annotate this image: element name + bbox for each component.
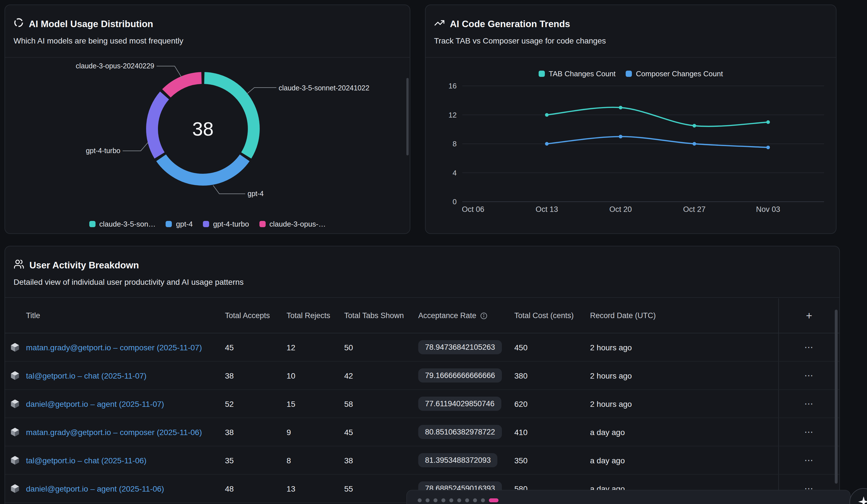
column-header-label: Total Tabs Shown: [344, 311, 404, 320]
ai-assistant-button[interactable]: [849, 488, 867, 504]
donut-slice-label: gpt-4: [248, 190, 264, 197]
row-actions-cell: ⋯: [778, 418, 839, 446]
legend-label: gpt-4: [176, 220, 193, 228]
cube-icon: [10, 455, 26, 465]
row-menu-button[interactable]: ⋯: [804, 371, 814, 380]
row-record-date: a day ago: [590, 456, 778, 465]
panel-subtitle: Track TAB vs Composer usage for code cha…: [434, 36, 606, 45]
column-header-label: Title: [26, 311, 40, 320]
add-column-cell: +: [778, 298, 839, 333]
panel-scrollbar[interactable]: [406, 78, 409, 156]
legend-item[interactable]: TAB Changes Count: [539, 69, 616, 78]
model-usage-panel: AI Model Usage Distribution Which AI mod…: [4, 4, 410, 234]
table-row[interactable]: tal@getport.io – chat (2025-11-06)358388…: [5, 446, 839, 475]
table-row[interactable]: daniel@getport.io – agent (2025-11-07)52…: [5, 390, 839, 418]
table-scrollbar[interactable]: [835, 310, 838, 484]
legend-swatch-icon: [203, 221, 209, 227]
column-header-total-tabs-shown[interactable]: Total Tabs Shown: [344, 311, 418, 320]
column-header-total-rejects[interactable]: Total Rejects: [287, 311, 344, 320]
pagination-dot[interactable]: [481, 498, 485, 502]
legend-item[interactable]: gpt-4-turbo: [203, 220, 249, 228]
row-total-accepts: 35: [225, 456, 287, 465]
table-row[interactable]: matan.grady@getport.io – composer (2025-…: [5, 333, 839, 362]
column-header-total-accepts[interactable]: Total Accepts: [225, 311, 287, 320]
row-title-link[interactable]: tal@getport.io – chat (2025-11-07): [26, 371, 225, 380]
data-point[interactable]: [767, 120, 770, 124]
legend-swatch-icon: [626, 71, 632, 77]
row-total-accepts: 38: [225, 371, 287, 380]
line-chart-legend: TAB Changes CountComposer Changes Count: [426, 69, 836, 78]
x-axis-tick-label: Oct 13: [536, 205, 558, 214]
pagination-dot[interactable]: [449, 498, 453, 502]
legend-item[interactable]: claude-3-opus-…: [259, 220, 325, 228]
table-header-row: TitleTotal AcceptsTotal RejectsTotal Tab…: [5, 298, 839, 333]
info-icon[interactable]: [480, 312, 488, 320]
column-header-acceptance-rate[interactable]: Acceptance Rate: [418, 311, 514, 320]
pagination-dot[interactable]: [457, 498, 461, 502]
pagination-dot[interactable]: [473, 498, 477, 502]
donut-label-line: [122, 142, 148, 151]
add-column-button[interactable]: +: [806, 310, 812, 321]
y-axis-tick-label: 8: [453, 140, 457, 148]
row-title-link[interactable]: tal@getport.io – chat (2025-11-06): [26, 456, 225, 465]
data-point[interactable]: [545, 113, 549, 117]
donut-label-line: [247, 88, 276, 94]
acceptance-rate-pill: 81.3953488372093: [418, 453, 497, 467]
table-row[interactable]: tal@getport.io – chat (2025-11-07)381042…: [5, 362, 839, 390]
row-record-date: 2 hours ago: [590, 399, 778, 408]
row-menu-button[interactable]: ⋯: [804, 343, 814, 352]
panel-title: AI Code Generation Trends: [450, 19, 570, 29]
data-point[interactable]: [619, 106, 623, 109]
donut-segment[interactable]: [152, 96, 164, 156]
pagination-dot[interactable]: [426, 498, 430, 502]
acceptance-rate-pill: 77.61194029850746: [418, 397, 501, 411]
donut-label-line: [213, 185, 245, 194]
y-axis-tick-label: 12: [449, 111, 457, 119]
row-menu-button[interactable]: ⋯: [804, 456, 814, 465]
row-title-link[interactable]: daniel@getport.io – agent (2025-11-07): [26, 399, 225, 408]
row-menu-button[interactable]: ⋯: [804, 427, 814, 437]
row-total-cost: 350: [514, 456, 590, 465]
row-total-accepts: 38: [225, 427, 287, 437]
donut-total: 38: [192, 118, 214, 140]
donut-segment[interactable]: [161, 158, 245, 180]
column-header-total-cost-cents-[interactable]: Total Cost (cents): [514, 311, 590, 320]
row-total-tabs-shown: 42: [344, 371, 418, 380]
row-title-link[interactable]: matan.grady@getport.io – composer (2025-…: [26, 343, 225, 352]
row-title-link[interactable]: matan.grady@getport.io – composer (2025-…: [26, 427, 225, 437]
legend-item[interactable]: gpt-4: [166, 220, 193, 228]
data-point[interactable]: [693, 124, 696, 128]
table-row[interactable]: matan.grady@getport.io – composer (2025-…: [5, 418, 839, 446]
row-record-date: 2 hours ago: [590, 343, 778, 352]
column-header-label: Total Rejects: [287, 311, 330, 320]
data-point[interactable]: [767, 146, 770, 149]
row-title-link[interactable]: daniel@getport.io – agent (2025-11-06): [26, 484, 225, 493]
data-point[interactable]: [545, 142, 549, 146]
row-total-cost: 410: [514, 427, 590, 437]
pagination-dot[interactable]: [465, 498, 469, 502]
panel-subtitle: Detailed view of individual user product…: [13, 277, 244, 287]
column-header-label: Total Accepts: [225, 311, 270, 320]
pagination-dot[interactable]: [434, 498, 437, 502]
pagination-dot[interactable]: [418, 498, 422, 502]
legend-item[interactable]: Composer Changes Count: [626, 69, 723, 78]
column-header-record-date-utc-[interactable]: Record Date (UTC): [590, 311, 778, 320]
row-actions-cell: ⋯: [778, 390, 839, 418]
pagination-dot[interactable]: [441, 498, 445, 502]
data-point[interactable]: [693, 142, 696, 146]
donut-segment[interactable]: [167, 78, 202, 93]
column-header-label: Acceptance Rate: [418, 311, 477, 320]
dashboard: AI Model Usage Distribution Which AI mod…: [0, 0, 867, 504]
row-total-tabs-shown: 45: [344, 427, 418, 437]
legend-item[interactable]: claude-3-5-son…: [89, 220, 156, 228]
pagination-dot-active[interactable]: [489, 498, 499, 502]
cube-icon: [10, 427, 26, 437]
row-menu-button[interactable]: ⋯: [804, 399, 814, 408]
legend-swatch-icon: [539, 71, 545, 77]
donut-segment[interactable]: [204, 78, 254, 156]
data-point[interactable]: [619, 135, 623, 138]
acceptance-rate-pill: 79.16666666666666: [418, 368, 502, 383]
pagination-dots: [418, 498, 499, 502]
column-header-title[interactable]: Title: [26, 311, 225, 320]
legend-swatch-icon: [89, 221, 95, 227]
